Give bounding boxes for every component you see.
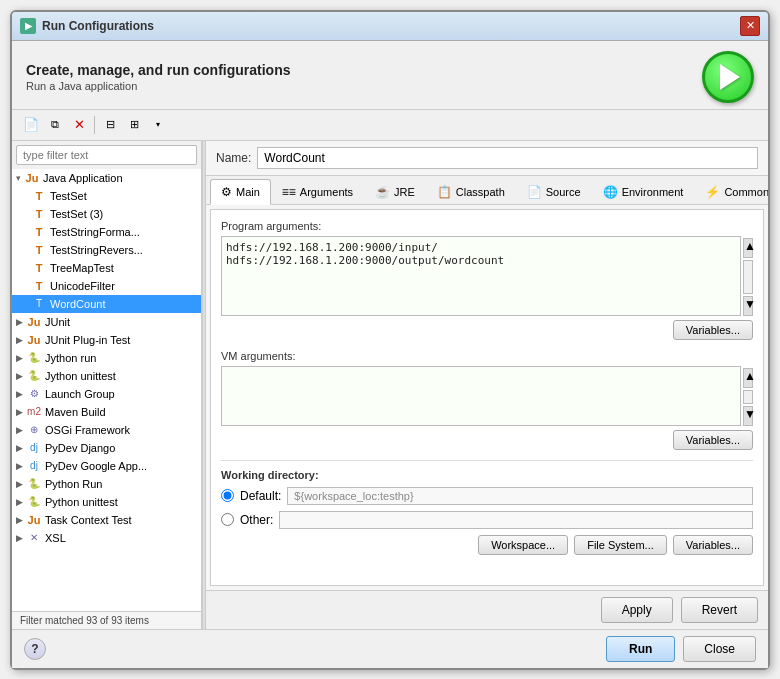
expand-jython-icon: ▶ bbox=[16, 353, 23, 363]
tree-item-label: UnicodeFilter bbox=[50, 280, 115, 292]
workspace-button[interactable]: Workspace... bbox=[478, 535, 568, 555]
environment-tab-icon: 🌐 bbox=[603, 185, 618, 199]
toolbar-dropdown-button[interactable]: ▾ bbox=[147, 114, 169, 136]
tree-group-python-unittest[interactable]: ▶ 🐍 Python unittest bbox=[12, 493, 201, 511]
tree-group-pydev-django[interactable]: ▶ dj PyDev Django bbox=[12, 439, 201, 457]
default-dir-input[interactable] bbox=[287, 487, 753, 505]
tree-group-pydev-google[interactable]: ▶ dj PyDev Google App... bbox=[12, 457, 201, 475]
header-section: Create, manage, and run configurations R… bbox=[12, 41, 768, 110]
tree-group-launch-group[interactable]: ▶ ⚙ Launch Group bbox=[12, 385, 201, 403]
run-big-button[interactable]: Run bbox=[606, 636, 675, 662]
tab-arguments[interactable]: ≡≡ Arguments bbox=[271, 179, 364, 204]
apply-button[interactable]: Apply bbox=[601, 597, 673, 623]
variables-button-3[interactable]: Variables... bbox=[673, 535, 753, 555]
list-item-wordcount[interactable]: T WordCount bbox=[12, 295, 201, 313]
tree-group-python-unittest-label: Python unittest bbox=[45, 496, 118, 508]
other-radio[interactable] bbox=[221, 513, 234, 526]
window-icon: ▶ bbox=[20, 18, 36, 34]
tree-group-java-apps[interactable]: ▾ Ju Java Application bbox=[12, 169, 201, 187]
header-title: Create, manage, and run configurations bbox=[26, 62, 291, 78]
filter-input[interactable] bbox=[16, 145, 197, 165]
expand-pydev-google-icon: ▶ bbox=[16, 461, 23, 471]
tab-classpath-label: Classpath bbox=[456, 186, 505, 198]
section-divider bbox=[221, 460, 753, 461]
tab-jre[interactable]: ☕ JRE bbox=[364, 179, 426, 204]
collapse-all-button[interactable]: ⊟ bbox=[99, 114, 121, 136]
variables-button-1[interactable]: Variables... bbox=[673, 320, 753, 340]
new-config-button[interactable]: 📄 bbox=[20, 114, 42, 136]
vm-args-label: VM arguments: bbox=[221, 350, 753, 362]
duplicate-config-button[interactable]: ⧉ bbox=[44, 114, 66, 136]
scroll-up-vm-args[interactable]: ▲ bbox=[743, 368, 753, 388]
variables-button-2[interactable]: Variables... bbox=[673, 430, 753, 450]
left-panel: ▾ Ju Java Application T TestSet T TestSe… bbox=[12, 141, 202, 629]
tab-arguments-label: Arguments bbox=[300, 186, 353, 198]
list-item[interactable]: T TestStringRevers... bbox=[12, 241, 201, 259]
program-args-label: Program arguments: bbox=[221, 220, 753, 232]
expand-java-apps-icon: ▾ bbox=[16, 173, 21, 183]
close-big-button[interactable]: Close bbox=[683, 636, 756, 662]
tab-main[interactable]: ⚙ Main bbox=[210, 179, 271, 205]
xsl-icon: ✕ bbox=[27, 531, 41, 545]
collapse-icon: ⊟ bbox=[106, 118, 115, 131]
list-item[interactable]: T UnicodeFilter bbox=[12, 277, 201, 295]
list-item[interactable]: T TestSet (3) bbox=[12, 205, 201, 223]
tree-group-jython-label: Jython run bbox=[45, 352, 96, 364]
program-args-input[interactable]: hdfs://192.168.1.200:9000/input/ hdfs://… bbox=[221, 236, 741, 316]
name-input[interactable] bbox=[257, 147, 758, 169]
vm-args-input[interactable] bbox=[221, 366, 741, 426]
tab-source[interactable]: 📄 Source bbox=[516, 179, 592, 204]
scroll-up-prog-args[interactable]: ▲ bbox=[743, 238, 753, 258]
tree-group-junit-plugin[interactable]: ▶ Ju JUnit Plug-in Test bbox=[12, 331, 201, 349]
delete-config-button[interactable]: ✕ bbox=[68, 114, 90, 136]
tree-group-jython-run[interactable]: ▶ 🐍 Jython run bbox=[12, 349, 201, 367]
scroll-down-vm-args[interactable]: ▼ bbox=[743, 406, 753, 426]
list-item[interactable]: T TestSet bbox=[12, 187, 201, 205]
list-item[interactable]: T TestStringForma... bbox=[12, 223, 201, 241]
common-tab-icon: ⚡ bbox=[705, 185, 720, 199]
tree-group-junit-label: JUnit bbox=[45, 316, 70, 328]
expand-pydev-icon: ▶ bbox=[16, 443, 23, 453]
classpath-tab-icon: 📋 bbox=[437, 185, 452, 199]
other-radio-row: Other: bbox=[221, 511, 753, 529]
tree-group-maven[interactable]: ▶ m2 Maven Build bbox=[12, 403, 201, 421]
maven-icon: m2 bbox=[27, 405, 41, 419]
footer: ? Run Close bbox=[12, 629, 768, 668]
other-dir-input[interactable] bbox=[279, 511, 753, 529]
tree-group-maven-label: Maven Build bbox=[45, 406, 106, 418]
expand-maven-icon: ▶ bbox=[16, 407, 23, 417]
tree-group-jython-unittest[interactable]: ▶ 🐍 Jython unittest bbox=[12, 367, 201, 385]
bottom-buttons: Apply Revert bbox=[206, 590, 768, 629]
default-radio[interactable] bbox=[221, 489, 234, 502]
revert-button[interactable]: Revert bbox=[681, 597, 758, 623]
tab-main-label: Main bbox=[236, 186, 260, 198]
tab-source-label: Source bbox=[546, 186, 581, 198]
scroll-down-prog-args[interactable]: ▼ bbox=[743, 296, 753, 316]
tree-group-task[interactable]: ▶ Ju Task Context Test bbox=[12, 511, 201, 529]
junit-plugin-icon: Ju bbox=[27, 333, 41, 347]
tree-group-python-run[interactable]: ▶ 🐍 Python Run bbox=[12, 475, 201, 493]
file-system-button[interactable]: File System... bbox=[574, 535, 667, 555]
working-dir-label: Working directory: bbox=[221, 469, 753, 481]
tab-environment[interactable]: 🌐 Environment bbox=[592, 179, 695, 204]
expand-launch-icon: ▶ bbox=[16, 389, 23, 399]
tree-group-junit[interactable]: ▶ Ju JUnit bbox=[12, 313, 201, 331]
list-item[interactable]: T TreeMapTest bbox=[12, 259, 201, 277]
tree-group-task-label: Task Context Test bbox=[45, 514, 132, 526]
window-body: Create, manage, and run configurations R… bbox=[12, 41, 768, 668]
help-button[interactable]: ? bbox=[24, 638, 46, 660]
run-button-header[interactable] bbox=[702, 51, 754, 103]
expand-all-button[interactable]: ⊞ bbox=[123, 114, 145, 136]
tree-item-label: TreeMapTest bbox=[50, 262, 114, 274]
osgi-icon: ⊕ bbox=[27, 423, 41, 437]
window-close-button[interactable]: ✕ bbox=[740, 16, 760, 36]
source-tab-icon: 📄 bbox=[527, 185, 542, 199]
scrollbar-vm-args bbox=[743, 390, 753, 404]
tab-common[interactable]: ⚡ Common bbox=[694, 179, 768, 204]
tab-classpath[interactable]: 📋 Classpath bbox=[426, 179, 516, 204]
tree-group-xsl-label: XSL bbox=[45, 532, 66, 544]
tree-group-xsl[interactable]: ▶ ✕ XSL bbox=[12, 529, 201, 547]
tree-group-osgi[interactable]: ▶ ⊕ OSGi Framework bbox=[12, 421, 201, 439]
tree-item-label: TestStringRevers... bbox=[50, 244, 143, 256]
expand-xsl-icon: ▶ bbox=[16, 533, 23, 543]
